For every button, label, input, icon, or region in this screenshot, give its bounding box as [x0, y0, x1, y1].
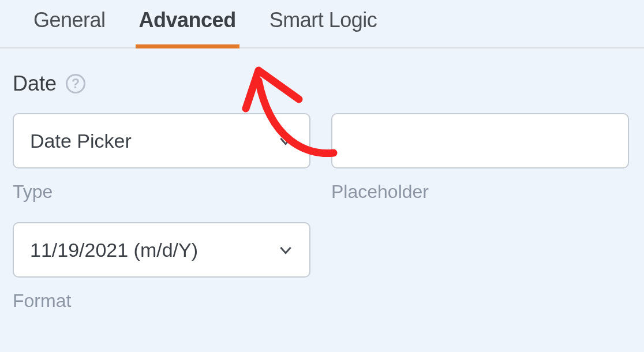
field-row-1: Date Picker Type Placeholder	[13, 113, 631, 203]
date-type-select[interactable]: Date Picker	[13, 113, 310, 168]
type-field-col: Date Picker Type	[13, 113, 310, 203]
date-format-value: 11/19/2021 (m/d/Y)	[30, 239, 278, 261]
chevron-down-icon	[278, 133, 293, 148]
format-field-col: 11/19/2021 (m/d/Y) Format	[13, 222, 310, 312]
date-format-select[interactable]: 11/19/2021 (m/d/Y)	[13, 222, 310, 278]
tab-general[interactable]: General	[33, 8, 106, 47]
field-row-2: 11/19/2021 (m/d/Y) Format	[13, 222, 631, 312]
help-icon[interactable]: ?	[66, 74, 85, 93]
settings-tabs: General Advanced Smart Logic	[0, 0, 644, 48]
section-title: Date	[13, 72, 57, 96]
type-label: Type	[13, 181, 310, 203]
date-section-header: Date ?	[13, 72, 631, 96]
tab-smart-logic[interactable]: Smart Logic	[269, 8, 377, 47]
date-type-value: Date Picker	[30, 130, 278, 152]
placeholder-label: Placeholder	[331, 181, 629, 203]
placeholder-field-col: Placeholder	[331, 113, 629, 203]
chevron-down-icon	[278, 242, 293, 257]
format-label: Format	[13, 290, 310, 312]
date-section: Date ? Date Picker Type Placeholder 11/1…	[0, 48, 644, 312]
placeholder-input[interactable]	[331, 113, 629, 168]
tab-advanced[interactable]: Advanced	[139, 8, 236, 47]
